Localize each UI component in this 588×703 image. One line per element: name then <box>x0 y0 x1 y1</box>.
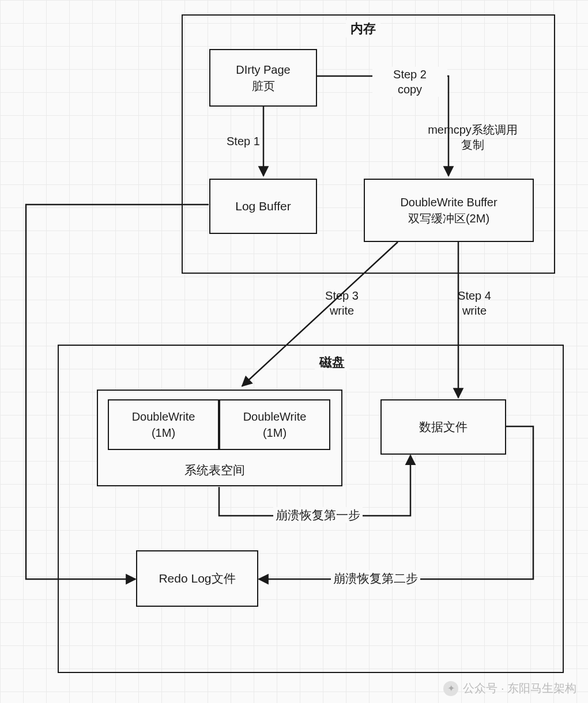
system-tablespace-label: 系统表空间 <box>182 462 247 478</box>
step3-label: Step 3 write <box>304 288 379 318</box>
memcpy-label: memcpy系统调用 复制 <box>404 122 542 152</box>
dirty-page-l1: DIrty Page <box>236 62 290 78</box>
step1-label: Step 1 <box>224 134 262 149</box>
step3-l1: Step 3 <box>325 289 359 302</box>
dw-buffer-l1: DoubleWrite Buffer <box>400 194 497 210</box>
disk-title: 磁盘 <box>315 354 349 371</box>
watermark-text: 公众号 · 东阳马生架构 <box>463 681 576 696</box>
dw1-l1: DoubleWrite <box>132 409 195 425</box>
log-buffer-label: Log Buffer <box>235 198 291 214</box>
redo-log-label: Redo Log文件 <box>159 570 235 587</box>
wechat-icon: ✦ <box>443 681 458 696</box>
step2-label: Step 2 copy <box>372 67 447 97</box>
doublewrite-1m-right: DoubleWrite (1M) <box>219 399 330 450</box>
dirty-page-l2: 脏页 <box>252 78 275 94</box>
step3-l2: write <box>330 304 354 317</box>
watermark: ✦ 公众号 · 东阳马生架构 <box>443 681 576 696</box>
doublewrite-buffer-box: DoubleWrite Buffer 双写缓冲区(2M) <box>364 179 534 242</box>
step4-label: Step 4 write <box>437 288 512 318</box>
dw-buffer-l2: 双写缓冲区(2M) <box>408 210 489 226</box>
crash-recovery-step1-label: 崩溃恢复第一步 <box>273 507 363 523</box>
step2-l1: Step 2 <box>393 68 427 81</box>
dirty-page-box: DIrty Page 脏页 <box>209 49 317 107</box>
step4-l2: write <box>462 304 487 317</box>
data-file-box: 数据文件 <box>380 399 506 455</box>
dw2-l1: DoubleWrite <box>243 409 307 425</box>
data-file-label: 数据文件 <box>419 418 468 435</box>
memory-title: 内存 <box>346 20 380 37</box>
memcpy-l2: 复制 <box>461 138 484 151</box>
dw1-l2: (1M) <box>152 425 175 441</box>
step2-l2: copy <box>398 83 422 96</box>
crash-recovery-step2-label: 崩溃恢复第二步 <box>331 570 420 586</box>
doublewrite-1m-left: DoubleWrite (1M) <box>108 399 219 450</box>
redo-log-box: Redo Log文件 <box>136 550 258 607</box>
step4-l1: Step 4 <box>458 289 491 302</box>
memcpy-l1: memcpy系统调用 <box>428 123 518 136</box>
dw2-l2: (1M) <box>263 425 287 441</box>
log-buffer-box: Log Buffer <box>209 179 317 234</box>
